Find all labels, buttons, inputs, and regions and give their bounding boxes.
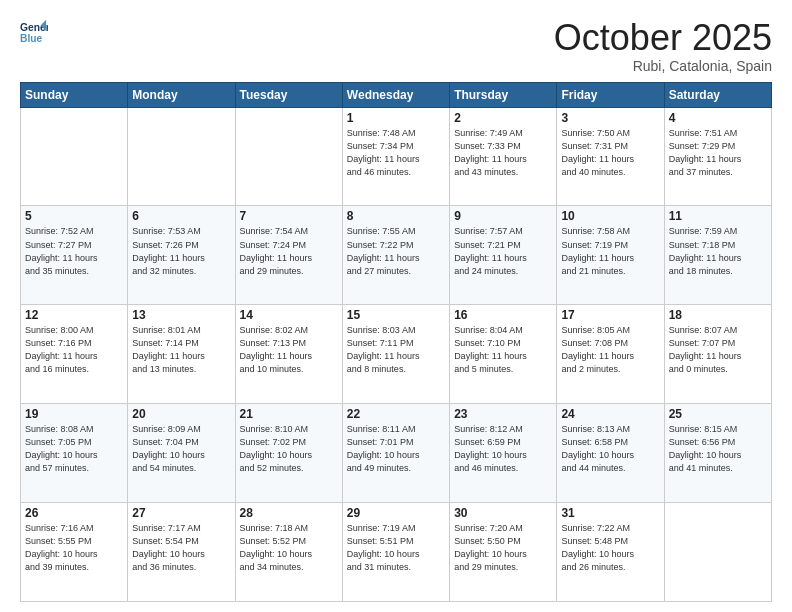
day-info: Sunrise: 7:59 AMSunset: 7:18 PMDaylight:… <box>669 225 767 277</box>
day-info: Sunrise: 8:11 AMSunset: 7:01 PMDaylight:… <box>347 423 445 475</box>
header: General Blue October 2025 Rubi, Cataloni… <box>20 18 772 74</box>
calendar-cell-0-6: 4Sunrise: 7:51 AMSunset: 7:29 PMDaylight… <box>664 107 771 206</box>
title-block: October 2025 Rubi, Catalonia, Spain <box>554 18 772 74</box>
calendar-cell-0-3: 1Sunrise: 7:48 AMSunset: 7:34 PMDaylight… <box>342 107 449 206</box>
calendar-cell-1-3: 8Sunrise: 7:55 AMSunset: 7:22 PMDaylight… <box>342 206 449 305</box>
calendar-cell-0-4: 2Sunrise: 7:49 AMSunset: 7:33 PMDaylight… <box>450 107 557 206</box>
calendar-cell-1-6: 11Sunrise: 7:59 AMSunset: 7:18 PMDayligh… <box>664 206 771 305</box>
calendar-cell-3-4: 23Sunrise: 8:12 AMSunset: 6:59 PMDayligh… <box>450 404 557 503</box>
calendar-cell-2-2: 14Sunrise: 8:02 AMSunset: 7:13 PMDayligh… <box>235 305 342 404</box>
logo-icon: General Blue <box>20 18 48 46</box>
day-info: Sunrise: 7:50 AMSunset: 7:31 PMDaylight:… <box>561 127 659 179</box>
day-number: 6 <box>132 209 230 223</box>
day-info: Sunrise: 7:17 AMSunset: 5:54 PMDaylight:… <box>132 522 230 574</box>
day-info: Sunrise: 8:07 AMSunset: 7:07 PMDaylight:… <box>669 324 767 376</box>
day-info: Sunrise: 8:04 AMSunset: 7:10 PMDaylight:… <box>454 324 552 376</box>
day-number: 14 <box>240 308 338 322</box>
calendar-header-row: Sunday Monday Tuesday Wednesday Thursday… <box>21 82 772 107</box>
calendar-cell-4-3: 29Sunrise: 7:19 AMSunset: 5:51 PMDayligh… <box>342 503 449 602</box>
day-info: Sunrise: 8:01 AMSunset: 7:14 PMDaylight:… <box>132 324 230 376</box>
day-number: 2 <box>454 111 552 125</box>
month-title: October 2025 <box>554 18 772 58</box>
calendar-cell-3-2: 21Sunrise: 8:10 AMSunset: 7:02 PMDayligh… <box>235 404 342 503</box>
col-tuesday: Tuesday <box>235 82 342 107</box>
day-number: 25 <box>669 407 767 421</box>
calendar-cell-3-5: 24Sunrise: 8:13 AMSunset: 6:58 PMDayligh… <box>557 404 664 503</box>
day-info: Sunrise: 7:16 AMSunset: 5:55 PMDaylight:… <box>25 522 123 574</box>
calendar-cell-3-0: 19Sunrise: 8:08 AMSunset: 7:05 PMDayligh… <box>21 404 128 503</box>
week-row-2: 5Sunrise: 7:52 AMSunset: 7:27 PMDaylight… <box>21 206 772 305</box>
calendar-cell-0-0 <box>21 107 128 206</box>
day-info: Sunrise: 7:48 AMSunset: 7:34 PMDaylight:… <box>347 127 445 179</box>
week-row-5: 26Sunrise: 7:16 AMSunset: 5:55 PMDayligh… <box>21 503 772 602</box>
day-number: 16 <box>454 308 552 322</box>
calendar-cell-0-2 <box>235 107 342 206</box>
calendar-cell-2-0: 12Sunrise: 8:00 AMSunset: 7:16 PMDayligh… <box>21 305 128 404</box>
calendar-cell-4-4: 30Sunrise: 7:20 AMSunset: 5:50 PMDayligh… <box>450 503 557 602</box>
calendar-cell-3-1: 20Sunrise: 8:09 AMSunset: 7:04 PMDayligh… <box>128 404 235 503</box>
day-info: Sunrise: 7:55 AMSunset: 7:22 PMDaylight:… <box>347 225 445 277</box>
page: General Blue October 2025 Rubi, Cataloni… <box>0 0 792 612</box>
day-info: Sunrise: 7:58 AMSunset: 7:19 PMDaylight:… <box>561 225 659 277</box>
calendar-cell-3-6: 25Sunrise: 8:15 AMSunset: 6:56 PMDayligh… <box>664 404 771 503</box>
calendar-cell-1-1: 6Sunrise: 7:53 AMSunset: 7:26 PMDaylight… <box>128 206 235 305</box>
day-info: Sunrise: 8:12 AMSunset: 6:59 PMDaylight:… <box>454 423 552 475</box>
day-info: Sunrise: 7:18 AMSunset: 5:52 PMDaylight:… <box>240 522 338 574</box>
col-sunday: Sunday <box>21 82 128 107</box>
day-info: Sunrise: 8:05 AMSunset: 7:08 PMDaylight:… <box>561 324 659 376</box>
calendar-cell-4-0: 26Sunrise: 7:16 AMSunset: 5:55 PMDayligh… <box>21 503 128 602</box>
day-number: 4 <box>669 111 767 125</box>
day-number: 1 <box>347 111 445 125</box>
col-saturday: Saturday <box>664 82 771 107</box>
day-info: Sunrise: 8:03 AMSunset: 7:11 PMDaylight:… <box>347 324 445 376</box>
location-subtitle: Rubi, Catalonia, Spain <box>554 58 772 74</box>
day-number: 13 <box>132 308 230 322</box>
day-number: 19 <box>25 407 123 421</box>
day-number: 9 <box>454 209 552 223</box>
week-row-1: 1Sunrise: 7:48 AMSunset: 7:34 PMDaylight… <box>21 107 772 206</box>
day-info: Sunrise: 7:19 AMSunset: 5:51 PMDaylight:… <box>347 522 445 574</box>
day-number: 26 <box>25 506 123 520</box>
day-number: 28 <box>240 506 338 520</box>
col-wednesday: Wednesday <box>342 82 449 107</box>
day-number: 7 <box>240 209 338 223</box>
day-number: 21 <box>240 407 338 421</box>
calendar-cell-4-1: 27Sunrise: 7:17 AMSunset: 5:54 PMDayligh… <box>128 503 235 602</box>
day-number: 17 <box>561 308 659 322</box>
calendar-cell-2-1: 13Sunrise: 8:01 AMSunset: 7:14 PMDayligh… <box>128 305 235 404</box>
calendar-cell-2-4: 16Sunrise: 8:04 AMSunset: 7:10 PMDayligh… <box>450 305 557 404</box>
day-info: Sunrise: 7:22 AMSunset: 5:48 PMDaylight:… <box>561 522 659 574</box>
day-number: 20 <box>132 407 230 421</box>
day-number: 3 <box>561 111 659 125</box>
day-number: 10 <box>561 209 659 223</box>
day-info: Sunrise: 8:02 AMSunset: 7:13 PMDaylight:… <box>240 324 338 376</box>
calendar-cell-2-6: 18Sunrise: 8:07 AMSunset: 7:07 PMDayligh… <box>664 305 771 404</box>
day-info: Sunrise: 8:10 AMSunset: 7:02 PMDaylight:… <box>240 423 338 475</box>
day-number: 31 <box>561 506 659 520</box>
day-number: 22 <box>347 407 445 421</box>
day-info: Sunrise: 8:09 AMSunset: 7:04 PMDaylight:… <box>132 423 230 475</box>
calendar-cell-4-5: 31Sunrise: 7:22 AMSunset: 5:48 PMDayligh… <box>557 503 664 602</box>
day-number: 24 <box>561 407 659 421</box>
day-info: Sunrise: 7:51 AMSunset: 7:29 PMDaylight:… <box>669 127 767 179</box>
logo: General Blue <box>20 18 48 46</box>
calendar-table: Sunday Monday Tuesday Wednesday Thursday… <box>20 82 772 602</box>
calendar-cell-4-6 <box>664 503 771 602</box>
day-info: Sunrise: 7:52 AMSunset: 7:27 PMDaylight:… <box>25 225 123 277</box>
day-info: Sunrise: 7:53 AMSunset: 7:26 PMDaylight:… <box>132 225 230 277</box>
day-number: 15 <box>347 308 445 322</box>
day-number: 5 <box>25 209 123 223</box>
calendar-cell-0-5: 3Sunrise: 7:50 AMSunset: 7:31 PMDaylight… <box>557 107 664 206</box>
day-number: 29 <box>347 506 445 520</box>
calendar-cell-1-0: 5Sunrise: 7:52 AMSunset: 7:27 PMDaylight… <box>21 206 128 305</box>
day-info: Sunrise: 7:57 AMSunset: 7:21 PMDaylight:… <box>454 225 552 277</box>
day-info: Sunrise: 8:15 AMSunset: 6:56 PMDaylight:… <box>669 423 767 475</box>
col-friday: Friday <box>557 82 664 107</box>
svg-text:Blue: Blue <box>20 33 43 44</box>
col-monday: Monday <box>128 82 235 107</box>
day-number: 30 <box>454 506 552 520</box>
day-info: Sunrise: 8:00 AMSunset: 7:16 PMDaylight:… <box>25 324 123 376</box>
day-info: Sunrise: 8:13 AMSunset: 6:58 PMDaylight:… <box>561 423 659 475</box>
day-number: 8 <box>347 209 445 223</box>
day-number: 27 <box>132 506 230 520</box>
